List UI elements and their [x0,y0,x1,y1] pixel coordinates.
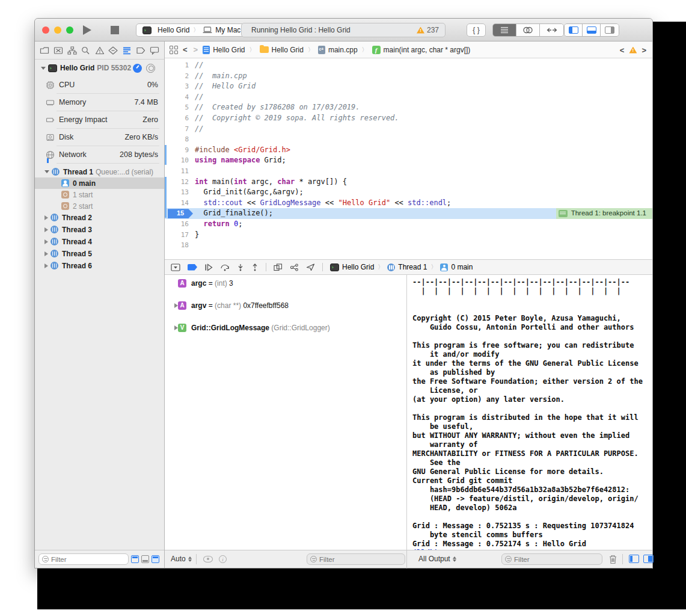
disclosure-triangle-icon[interactable] [44,251,48,256]
jumpbar-item[interactable]: Hello Grid [203,46,245,54]
process-row[interactable]: Hello Grid PID 55302 [35,61,164,75]
view-process-by-thread-button[interactable] [146,64,155,73]
gauge-row-energy-impact[interactable]: Energy ImpactZero [35,111,164,129]
previous-issue-button[interactable]: < [619,46,626,55]
step-into-icon[interactable] [237,263,244,271]
thread-row[interactable]: Thread 3 [35,224,164,235]
variables-scope-selector[interactable]: Auto [171,555,192,563]
navigator-filter-input[interactable] [51,556,125,563]
thread-row[interactable]: Thread 5 [35,248,164,259]
disclosure-triangle-icon[interactable] [44,239,48,244]
console-output-scope-selector[interactable]: All Output [418,555,456,563]
gauge-row-cpu[interactable]: CPU0% [35,76,164,94]
debug-breadcrumb-item[interactable]: 0 main [440,263,473,271]
code-line[interactable]: 8 [165,134,652,145]
toggle-debug-area-button[interactable] [583,24,601,36]
navigator-filter-field[interactable] [38,553,129,565]
variables-filter-field[interactable] [307,553,405,565]
jumpbar-item[interactable]: Hello Grid [260,46,304,54]
minimize-button[interactable] [54,26,61,34]
disclosure-triangle-icon[interactable] [44,263,48,268]
stop-button[interactable] [111,26,119,34]
source-control-navigator-icon[interactable] [52,44,65,57]
code-line[interactable]: 2// main.cpp [165,71,652,82]
issue-warning-icon[interactable] [629,47,637,54]
code-line[interactable]: 1// [165,60,652,71]
code-line[interactable]: 9#include <Grid/Grid.h> [165,145,652,156]
go-forward-button[interactable]: > [192,45,200,54]
related-items-icon[interactable] [170,46,178,54]
quick-look-icon[interactable] [203,556,213,562]
code-line[interactable]: 15 Grid_finalize();Thread 1: breakpoint … [165,208,652,219]
thread-row[interactable]: Thread 6 [35,260,164,271]
variables-view[interactable]: Aargc = (int) 3Aargv = (char **) 0x7ffee… [165,275,406,550]
filter-stack-frames-icon[interactable] [141,555,149,563]
toggle-inspector-button[interactable] [601,24,619,36]
code-line[interactable]: 12int main(int argc, char * argv[]) { [165,177,652,188]
go-back-button[interactable]: < [182,45,189,54]
debug-view-hierarchy-icon[interactable] [274,263,283,271]
debug-memory-graph-icon[interactable] [290,263,299,271]
test-navigator-icon[interactable] [107,44,120,57]
filter-running-icon[interactable] [131,555,139,563]
gauge-row-memory[interactable]: Memory7.4 MB [35,94,164,111]
warning-count[interactable]: 237 [427,26,439,34]
continue-execution-icon[interactable] [204,263,213,271]
project-navigator-icon[interactable] [38,44,51,57]
code-line[interactable]: 11 [165,166,652,177]
close-button[interactable] [42,26,49,34]
code-line[interactable]: 14 std::cout << GridLogMessage << "Hello… [165,198,652,209]
code-line[interactable]: 17} [165,230,652,241]
jumpbar-item[interactable]: main.cpp [318,46,358,54]
toggle-navigator-button[interactable] [565,24,583,36]
code-line[interactable]: 3// Hello Grid [165,81,652,92]
next-issue-button[interactable]: > [640,46,648,55]
console-filter-field[interactable] [501,553,602,565]
activity-status-display[interactable]: Running Hello Grid : Hello Grid 237 [241,23,446,37]
simulate-location-icon[interactable] [306,263,315,271]
code-line[interactable]: 6// Copyright © 2019 sopa. All rights re… [165,113,652,124]
hide-debug-area-icon[interactable] [171,263,180,271]
variable-row[interactable]: VGrid::GridLogMessage (Grid::GridLogger) [165,322,406,333]
zoom-button[interactable] [66,26,73,34]
disclosure-triangle-icon[interactable] [41,67,46,70]
clear-console-icon[interactable] [608,554,617,564]
thread-row[interactable]: Thread 1Queue:...d (serial) [35,166,164,177]
toggle-console-view-icon[interactable] [643,555,654,563]
report-navigator-icon[interactable] [148,44,161,57]
find-navigator-icon[interactable] [79,44,92,57]
version-editor-button[interactable] [540,24,563,36]
variable-row[interactable]: Aargc = (int) 3 [165,278,406,289]
thread-row[interactable]: Thread 4 [35,236,164,247]
thread-row[interactable]: Thread 2 [35,212,164,223]
breakpoint-navigator-icon[interactable] [134,44,147,57]
step-over-icon[interactable] [220,263,230,271]
disclosure-triangle-icon[interactable] [44,170,49,173]
info-icon[interactable]: i [219,555,227,563]
disclosure-triangle-icon[interactable] [44,215,48,220]
symbol-navigator-icon[interactable] [66,44,79,57]
scheme-selector[interactable]: Hello Grid 〉 My Mac [136,23,247,37]
jumpbar-item[interactable]: fmain(int argc, char * argv[]) [372,46,471,54]
code-line[interactable]: 4// [165,92,652,103]
variable-row[interactable]: Aargv = (char **) 0x7ffeefbff568 [165,300,406,311]
toggle-variables-view-icon[interactable] [629,555,639,563]
profile-in-instruments-button[interactable] [133,64,142,73]
step-out-icon[interactable] [251,263,259,271]
code-line[interactable]: 5// Created by s1786208 on 17/03/2019. [165,102,652,113]
breakpoint-annotation[interactable]: Thread 1: breakpoint 1.1 [556,208,652,219]
assistant-editor-button[interactable] [516,24,540,36]
variables-filter-input[interactable] [319,556,402,563]
filter-view-mode-icon[interactable] [152,555,159,563]
source-editor[interactable]: 1//2// main.cpp3// Hello Grid4//5// Crea… [165,58,652,259]
debug-breadcrumb-item[interactable]: Hello Grid [330,263,374,271]
console-output[interactable]: --|--|--|--|--|--|--|--|--|--|--|--|--|-… [406,275,652,550]
debug-navigator-icon[interactable] [121,44,133,57]
run-button[interactable] [83,25,91,35]
issue-navigator-icon[interactable] [93,44,106,57]
standard-editor-button[interactable] [493,24,516,36]
code-line[interactable]: 13 Grid_init(&argc,&argv); [165,187,652,198]
disclosure-triangle-icon[interactable] [44,227,48,232]
console-filter-input[interactable] [514,556,599,563]
library-button[interactable]: { } [467,23,486,37]
